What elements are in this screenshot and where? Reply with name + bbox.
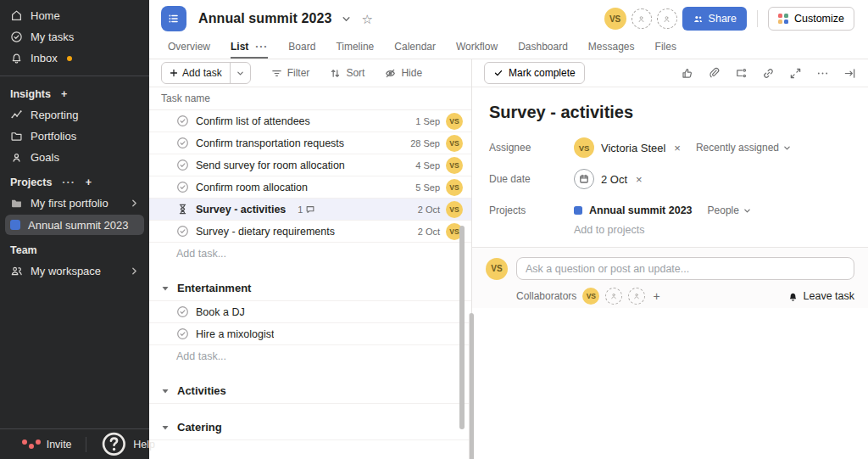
check-circle-icon[interactable] bbox=[176, 159, 189, 171]
task-row[interactable]: Confirm list of attendees 1 SepVS bbox=[149, 110, 471, 132]
sidebar-item-my-tasks[interactable]: My tasks bbox=[0, 26, 149, 48]
assignee-name[interactable]: Victoria Steel bbox=[601, 142, 665, 154]
like-button[interactable] bbox=[681, 67, 693, 80]
task-row[interactable]: Send survey for room allocation 4 SepVS bbox=[149, 154, 471, 176]
task-row[interactable]: Confirm room allocation 5 SepVS bbox=[149, 176, 471, 199]
check-circle-icon[interactable] bbox=[176, 137, 189, 149]
tab-files[interactable]: Files bbox=[655, 41, 676, 59]
mark-complete-button[interactable]: Mark complete bbox=[484, 62, 585, 84]
detail-header-icons bbox=[681, 67, 856, 80]
project-section-dropdown[interactable]: People bbox=[708, 204, 751, 216]
more-options-button[interactable] bbox=[816, 67, 829, 80]
filter-button[interactable]: Filter bbox=[271, 67, 310, 79]
task-list-pane: Add task Filter Sort bbox=[149, 59, 471, 459]
subtasks-button[interactable] bbox=[735, 67, 748, 80]
sidebar-item-label: My workspace bbox=[31, 265, 101, 277]
tab-board[interactable]: Board bbox=[288, 41, 315, 59]
add-section-button[interactable]: Add section bbox=[149, 451, 471, 459]
add-task-dropdown[interactable] bbox=[230, 63, 250, 83]
chevron-down-icon bbox=[743, 207, 751, 215]
sidebar-item-goals[interactable]: Goals bbox=[0, 147, 149, 168]
customize-button[interactable]: Customize bbox=[768, 7, 854, 31]
tab-list[interactable]: List ··· bbox=[231, 41, 268, 59]
task-row[interactable]: Confirm transportation requests 28 SepVS bbox=[149, 132, 471, 154]
empty-avatar-slot[interactable] bbox=[657, 8, 677, 29]
task-row-selected[interactable]: Survey - activities 1 2 OctVS bbox=[149, 199, 471, 221]
section-header-activities[interactable]: Activities bbox=[149, 378, 471, 404]
section-header-entertainment[interactable]: Entertainment bbox=[149, 276, 471, 301]
calendar-icon[interactable] bbox=[574, 169, 594, 189]
current-user-avatar[interactable]: VS bbox=[604, 8, 626, 30]
close-panel-button[interactable] bbox=[843, 67, 856, 80]
task-row[interactable]: Survey - dietary requirements 2 OctVS bbox=[149, 221, 471, 243]
task-row[interactable]: Hire a mixologist bbox=[149, 323, 471, 345]
sidebar-item-reporting[interactable]: Reporting bbox=[0, 104, 149, 126]
remove-due-date-icon[interactable]: × bbox=[636, 173, 643, 186]
check-circle-icon[interactable] bbox=[176, 305, 189, 318]
remove-assignee-icon[interactable]: × bbox=[674, 142, 681, 154]
tab-overview[interactable]: Overview bbox=[168, 41, 210, 59]
empty-collaborator-slot[interactable] bbox=[605, 288, 622, 305]
sidebar-item-annual-summit-2023[interactable]: Annual summit 2023 bbox=[5, 215, 144, 235]
tab-timeline[interactable]: Timeline bbox=[336, 41, 374, 59]
detail-scrollbar[interactable] bbox=[469, 313, 474, 459]
add-task-row[interactable]: Add task... bbox=[149, 243, 471, 265]
tab-calendar[interactable]: Calendar bbox=[394, 41, 436, 59]
add-project-icon[interactable]: + bbox=[86, 176, 92, 188]
check-circle-icon[interactable] bbox=[176, 327, 189, 340]
comment-input[interactable] bbox=[516, 257, 854, 280]
add-to-projects-link[interactable]: Add to projects bbox=[574, 224, 851, 236]
link-icon bbox=[762, 67, 775, 80]
tab-messages[interactable]: Messages bbox=[588, 41, 635, 59]
task-row[interactable]: Book a DJ bbox=[149, 301, 471, 323]
hourglass-icon[interactable] bbox=[176, 203, 189, 216]
sidebar-item-inbox[interactable]: Inbox bbox=[0, 48, 149, 69]
view-tabs: Overview List ··· Board Timeline Calenda… bbox=[149, 37, 868, 59]
list-scrollbar[interactable] bbox=[459, 226, 465, 429]
project-color-dot bbox=[574, 206, 582, 215]
sidebar-item-my-first-portfolio[interactable]: My first portfolio bbox=[0, 193, 149, 214]
add-task-row[interactable]: Add task... bbox=[149, 345, 471, 367]
section-header-catering[interactable]: Catering bbox=[149, 415, 471, 440]
leave-task-button[interactable]: Leave task bbox=[787, 290, 854, 302]
chevron-down-icon bbox=[783, 144, 791, 152]
add-task-button[interactable]: Add task bbox=[161, 62, 251, 84]
bell-icon bbox=[787, 291, 798, 302]
task-title[interactable]: Survey - activities bbox=[489, 103, 851, 122]
projects-more-icon[interactable]: ··· bbox=[62, 176, 75, 188]
expand-button[interactable] bbox=[789, 67, 802, 80]
hide-button[interactable]: Hide bbox=[385, 67, 422, 79]
tab-dashboard[interactable]: Dashboard bbox=[518, 41, 568, 59]
help-button[interactable]: Help bbox=[100, 430, 128, 458]
invite-button[interactable]: Invite bbox=[22, 439, 72, 451]
empty-collaborator-slot[interactable] bbox=[628, 288, 645, 305]
sort-button[interactable]: Sort bbox=[330, 67, 364, 79]
task-detail-pane: Mark complete Survey - activities bbox=[471, 59, 868, 459]
add-insight-icon[interactable]: + bbox=[61, 88, 67, 100]
sidebar-item-portfolios[interactable]: Portfolios bbox=[0, 126, 149, 147]
add-collaborator-icon[interactable]: + bbox=[653, 289, 659, 303]
due-date-value[interactable]: 2 Oct bbox=[601, 173, 627, 186]
check-circle-icon[interactable] bbox=[176, 225, 189, 238]
sidebar-item-my-workspace[interactable]: My workspace bbox=[0, 260, 149, 282]
sidebar-item-home[interactable]: Home bbox=[0, 5, 149, 26]
recently-assigned-dropdown[interactable]: Recently assigned bbox=[696, 142, 791, 154]
project-name[interactable]: Annual summit 2023 bbox=[589, 204, 693, 216]
tab-workflow[interactable]: Workflow bbox=[456, 41, 498, 59]
check-circle-icon[interactable] bbox=[176, 181, 189, 193]
assignee-avatar[interactable]: VS bbox=[574, 137, 594, 158]
tab-more-icon[interactable]: ··· bbox=[255, 41, 268, 53]
collaborator-avatar[interactable]: VS bbox=[582, 288, 599, 305]
attach-button[interactable] bbox=[708, 67, 721, 80]
header-divider bbox=[757, 10, 758, 27]
line-chart-icon bbox=[10, 109, 23, 121]
project-list-icon[interactable] bbox=[161, 6, 186, 31]
favorite-star-icon[interactable]: ☆ bbox=[361, 13, 372, 25]
share-button[interactable]: Share bbox=[682, 7, 747, 31]
empty-avatar-slot[interactable] bbox=[632, 8, 652, 29]
column-header-task-name[interactable]: Task name bbox=[149, 87, 471, 110]
title-chevron-down-icon[interactable] bbox=[342, 14, 351, 24]
copy-link-button[interactable] bbox=[762, 67, 775, 80]
check-circle-icon[interactable] bbox=[176, 115, 189, 127]
task-name: Survey - activities bbox=[196, 204, 286, 216]
